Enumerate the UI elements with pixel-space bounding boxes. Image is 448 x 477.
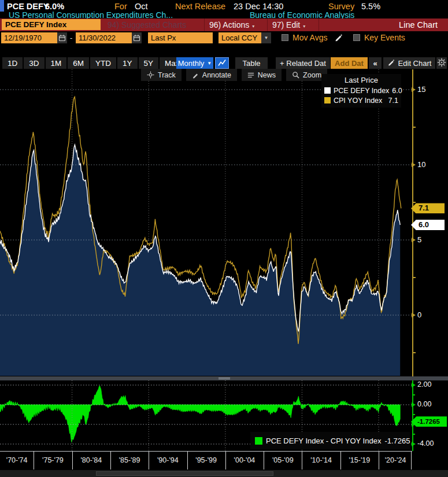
tool-button-label: News xyxy=(258,71,276,79)
x-axis-line xyxy=(0,451,412,452)
range-button-group: 1D3D1M6MYTD1Y5YMax xyxy=(2,57,185,69)
date-range-dash: - xyxy=(70,32,72,43)
price-type-select[interactable]: Last Px xyxy=(148,32,213,43)
chevron-down-icon: ▾ xyxy=(252,24,254,29)
calendar-icon[interactable] xyxy=(57,32,67,43)
chart-type-title: Line Chart xyxy=(399,20,438,29)
legend-rows: PCE DEFY Index6.0CPI YOY Index7.1 xyxy=(324,86,398,105)
bloomberg-chart-window: PCE DEFY 6.0% For Oct Next Release 23 De… xyxy=(0,0,448,477)
x-axis-label: '15-'19 xyxy=(340,456,379,464)
gear-icon xyxy=(437,58,446,69)
main-minor-tick xyxy=(412,277,416,278)
currency-select[interactable]: Local CCY xyxy=(219,32,261,43)
key-events-label[interactable]: Key Events xyxy=(364,33,405,42)
add-data-button[interactable]: Add Dat xyxy=(331,57,368,69)
edit-chart-button[interactable]: Edit Chart xyxy=(383,57,435,69)
tool-button-label: Annotate xyxy=(202,71,231,79)
survey-value: 5.5% xyxy=(361,2,380,12)
chevron-down-icon: ▼ xyxy=(207,61,212,66)
legend-series-name: CPI YOY Index xyxy=(334,97,382,105)
range-button-5y[interactable]: 5Y xyxy=(139,57,159,69)
table-button[interactable]: Table xyxy=(235,57,268,69)
range-button-1y[interactable]: 1Y xyxy=(117,57,138,69)
lower-tick-arrow-icon xyxy=(412,402,416,407)
chevron-down-icon[interactable]: ▼ xyxy=(261,32,271,43)
mov-avgs-label[interactable]: Mov Avgs xyxy=(293,33,327,42)
main-chart-plot[interactable] xyxy=(0,69,412,376)
tool-button-annotate[interactable]: Annotate xyxy=(186,69,237,81)
x-axis-label: '85-'89 xyxy=(110,456,149,464)
lower-tick-label: -4.00 xyxy=(417,439,434,448)
key-events-checkbox[interactable] xyxy=(353,34,360,41)
lower-tick-arrow-icon xyxy=(412,442,416,446)
x-axis-label: '80-'84 xyxy=(72,456,110,464)
main-tick-label: 0 xyxy=(417,310,421,319)
news-icon xyxy=(247,72,254,79)
x-axis-label: '00-'04 xyxy=(225,456,264,464)
x-axis-label: '90-'94 xyxy=(149,456,187,464)
lower-tick-label: 0.00 xyxy=(417,400,431,408)
tool-button-label: Zoom xyxy=(303,71,321,79)
last-price-legend: Last Price PCE DEFY Index6.0CPI YOY Inde… xyxy=(321,74,401,108)
spread-swatch xyxy=(255,437,262,445)
line-chart-icon xyxy=(218,58,226,68)
ticker-input[interactable]: PCE DEFY Index xyxy=(2,19,101,30)
pencil-icon xyxy=(387,58,395,68)
x-axis-label: '20-'24 xyxy=(376,456,414,464)
menu-actions[interactable]: 96) Actions▾ xyxy=(209,20,254,29)
scrollbar-thumb[interactable] xyxy=(96,471,273,476)
menubar-divider xyxy=(267,19,268,31)
legend-series-value: 7.1 xyxy=(388,97,398,105)
menu-edit[interactable]: 97) Edit▾ xyxy=(272,20,305,29)
tool-button-news[interactable]: News xyxy=(242,69,282,81)
calendar-icon[interactable] xyxy=(132,32,142,43)
pencil-icon[interactable] xyxy=(334,33,343,44)
panel-splitter[interactable] xyxy=(0,376,448,380)
line-chart-type-button[interactable] xyxy=(215,57,229,69)
range-button-1d[interactable]: 1D xyxy=(2,57,23,69)
horizontal-scrollbar[interactable] xyxy=(0,470,448,477)
legend-row: PCE DEFY Index6.0 xyxy=(324,86,398,95)
collapse-button[interactable]: « xyxy=(369,57,382,69)
x-axis-label: '95-'99 xyxy=(187,456,225,464)
legend-swatch xyxy=(324,97,331,103)
x-axis-label: '70-'74 xyxy=(0,456,36,464)
main-minor-tick xyxy=(412,352,416,353)
lower-minor-tick xyxy=(412,414,415,415)
chevron-down-icon: ▾ xyxy=(303,24,305,29)
legend-row: CPI YOY Index7.1 xyxy=(324,95,398,105)
cursor-block xyxy=(0,0,4,12)
menu-suggested-charts[interactable]: 94) Suggested Charts xyxy=(108,20,186,29)
date-to-input[interactable]: 11/30/2022 xyxy=(76,32,132,43)
last-price-badge: 6.0 xyxy=(411,220,445,230)
legend-series-name: PCE DEFY Index xyxy=(334,87,389,95)
spread-legend-value: -1.7265 xyxy=(384,437,410,445)
range-button-3d[interactable]: 3D xyxy=(24,57,44,69)
main-tick-label: 5 xyxy=(417,235,421,244)
tool-button-label: Track xyxy=(158,71,176,79)
date-from-input[interactable]: 12/19/1970 xyxy=(1,32,57,43)
legend-swatch xyxy=(324,87,331,94)
x-axis-labels: '70-'74'75-'79'80-'84'85-'89'90-'94'95-'… xyxy=(0,452,448,469)
lower-minor-tick xyxy=(412,434,415,435)
settings-gear-button[interactable] xyxy=(436,57,447,69)
period-select[interactable]: Monthly▼ xyxy=(176,57,213,69)
main-minor-tick xyxy=(412,202,416,203)
main-tick-arrow-icon xyxy=(412,313,416,317)
range-button-ytd[interactable]: YTD xyxy=(90,57,116,69)
legend-title: Last Price xyxy=(324,76,398,84)
range-button-6m[interactable]: 6M xyxy=(68,57,89,69)
mov-avgs-checkbox[interactable] xyxy=(282,34,288,41)
x-axis-label: '05-'09 xyxy=(264,456,302,464)
lower-tick-arrow-icon xyxy=(412,383,416,387)
legend-series-value: 6.0 xyxy=(392,87,402,95)
splitter-grip-icon xyxy=(219,378,230,379)
spread-last-badge: -1.7265 xyxy=(411,416,447,427)
tool-button-track[interactable]: Track xyxy=(141,69,182,81)
main-minor-tick xyxy=(412,127,416,128)
main-tick-arrow-icon xyxy=(412,87,416,92)
main-tick-arrow-icon xyxy=(412,162,416,167)
range-button-1m[interactable]: 1M xyxy=(46,57,67,69)
related-data-button[interactable]: + Related Dat xyxy=(276,57,330,69)
main-tick-label: 10 xyxy=(417,160,425,169)
